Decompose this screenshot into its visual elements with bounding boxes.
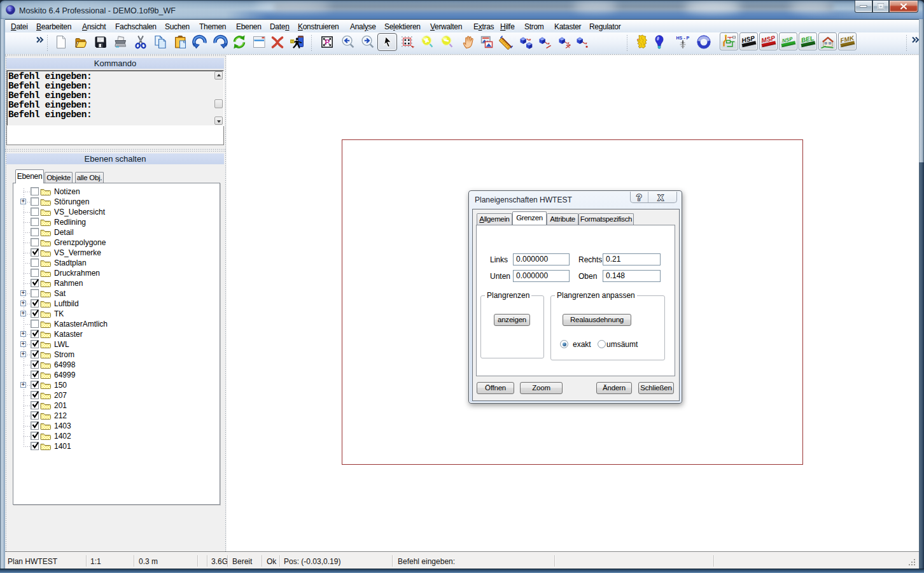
svg-text:X: X	[658, 194, 664, 202]
svg-text:HS - P: HS - P	[676, 36, 690, 40]
svg-text:?: ?	[636, 192, 642, 202]
